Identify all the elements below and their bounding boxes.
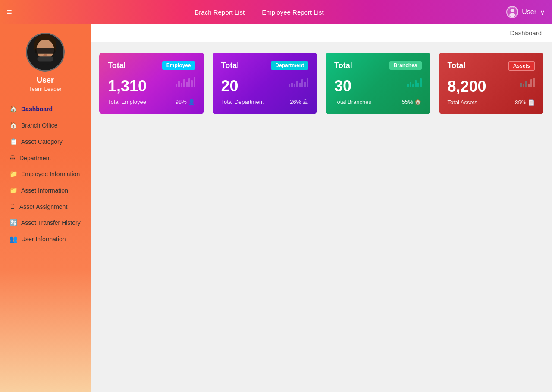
sidebar-item-asset-info-label: Asset Information: [21, 187, 68, 194]
assets-chart-icon: [520, 74, 535, 90]
sidebar-item-user-info-label: User Information: [21, 236, 66, 243]
bar-7: [191, 80, 193, 87]
sidebar-item-employee-info[interactable]: 📁 Employee Information: [4, 166, 86, 182]
sidebar-item-asset-assignment[interactable]: 🗒 Asset Assignment: [4, 199, 86, 215]
dept-icon: 🏛: [9, 154, 16, 162]
main-content: Dashboard Total Employee: [91, 24, 552, 392]
user-info-icon: 👥: [9, 235, 18, 243]
bar-3: [525, 81, 527, 87]
branches-mini-bars: [407, 74, 422, 87]
user-avatar-icon: [506, 6, 518, 18]
sidebar-item-branch-office[interactable]: 🏠 Branch Office: [4, 117, 86, 134]
assign-icon: 🗒: [9, 203, 16, 210]
employee-card: Total Employee 1,310: [99, 53, 204, 114]
bar-3: [181, 83, 182, 87]
card-header-assets: Total Assets: [448, 61, 535, 71]
assets-card: Total Assets 8,200 Total Assets: [439, 53, 544, 114]
card-footer-percent-assets: 89% 📄: [515, 99, 535, 106]
bar-2: [410, 82, 411, 87]
navbar-user-label: User: [522, 8, 536, 16]
nav-brach-report[interactable]: Brach Report List: [194, 9, 245, 16]
bar-4: [528, 84, 530, 87]
bar-5: [186, 82, 188, 87]
bar-4: [296, 81, 298, 87]
avatar: [26, 33, 65, 72]
bar-4: [415, 80, 417, 87]
branch-icon: 🏠: [9, 121, 18, 129]
nav-employee-report[interactable]: Employee Report List: [262, 9, 323, 16]
hamburger-icon[interactable]: ≡: [7, 7, 12, 17]
card-header-department: Total Department: [221, 61, 309, 70]
transfer-icon: 🔄: [9, 219, 18, 227]
sidebar-role: Team Leader: [29, 86, 62, 92]
assets-mini-bars: [520, 74, 535, 87]
bar-2: [523, 84, 524, 87]
card-footer-percent-department: 26% 🏛: [290, 99, 308, 105]
asset-info-icon: 📁: [9, 187, 18, 194]
asset-cat-icon: 📋: [9, 138, 18, 146]
sidebar-item-emp-info-label: Employee Information: [21, 171, 80, 177]
card-badge-employee: Employee: [162, 61, 195, 70]
card-footer-department: Total Department 26% 🏛: [221, 99, 309, 105]
card-badge-branches: Branches: [389, 61, 422, 70]
branches-chart-icon: [407, 74, 422, 90]
svg-point-1: [511, 9, 514, 12]
sidebar-item-dept-label: Department: [19, 155, 51, 162]
card-footer-assets: Total Assets 89% 📄: [448, 99, 535, 106]
card-footer-label-department: Total Department: [221, 99, 264, 105]
bar-8: [194, 77, 195, 87]
card-footer-employee: Total Employee 98% 👤: [108, 99, 195, 105]
svg-point-2: [509, 13, 515, 17]
card-badge-department: Department: [271, 61, 308, 70]
sidebar-item-dashboard[interactable]: 🏠 Dashboard: [4, 101, 86, 117]
bar-1: [176, 84, 177, 87]
sidebar-item-dashboard-label: Dashboard: [21, 106, 53, 112]
employee-mini-bars: [176, 74, 195, 87]
sidebar-item-department[interactable]: 🏛 Department: [4, 150, 86, 166]
bar-1: [289, 84, 290, 87]
branches-card: Total Branches 30 Total Branches: [326, 53, 430, 114]
sidebar-item-asset-info[interactable]: 📁 Asset Information: [4, 182, 86, 199]
card-title-assets: Total: [448, 61, 466, 70]
bar-1: [407, 84, 409, 87]
bar-3: [294, 84, 295, 87]
bar-5: [417, 83, 419, 87]
sidebar-item-asset-transfer[interactable]: 🔄 Asset Transfer History: [4, 215, 86, 231]
department-chart-icon: [289, 74, 308, 90]
sidebar-item-asset-cat-label: Asset Category: [21, 138, 63, 145]
sidebar-nav: 🏠 Dashboard 🏠 Branch Office 📋 Asset Cate…: [0, 101, 91, 247]
svg-point-7: [43, 54, 47, 57]
main-layout: User Team Leader 🏠 Dashboard 🏠 Branch Of…: [0, 24, 552, 392]
employee-chart-icon: [176, 74, 195, 90]
card-title-department: Total: [221, 61, 239, 70]
card-footer-label-branches: Total Branches: [334, 99, 371, 105]
card-footer-branches: Total Branches 55% 🏠: [334, 99, 422, 105]
card-header-branches: Total Branches: [334, 61, 422, 70]
navbar-user[interactable]: User ∨: [506, 6, 545, 18]
breadcrumb: Dashboard: [510, 29, 542, 37]
svg-rect-6: [35, 48, 56, 54]
breadcrumb-bar: Dashboard: [91, 24, 552, 42]
card-footer-label-assets: Total Assets: [448, 99, 477, 106]
bar-2: [291, 83, 293, 87]
navbar-chevron-icon: ∨: [540, 8, 545, 16]
emp-info-icon: 📁: [9, 170, 18, 178]
navbar: ≡ Brach Report List Employee Report List…: [0, 0, 552, 24]
cards-area: Total Employee 1,310: [91, 44, 552, 123]
department-card: Total Department 20: [213, 53, 317, 114]
bar-6: [420, 78, 422, 87]
sidebar-item-asset-category[interactable]: 📋 Asset Category: [4, 134, 86, 150]
bar-5: [299, 83, 301, 87]
department-mini-bars: [289, 74, 308, 87]
bar-4: [183, 79, 185, 87]
bar-6: [533, 78, 535, 87]
bar-2: [178, 81, 180, 87]
bar-8: [307, 78, 308, 87]
bar-6: [301, 79, 303, 87]
bar-6: [188, 78, 190, 87]
bar-1: [520, 83, 522, 87]
sidebar-item-user-info[interactable]: 👥 User Information: [4, 231, 86, 247]
card-footer-percent-employee: 98% 👤: [176, 99, 195, 105]
card-title-branches: Total: [334, 61, 352, 70]
dashboard-icon: 🏠: [9, 105, 18, 113]
